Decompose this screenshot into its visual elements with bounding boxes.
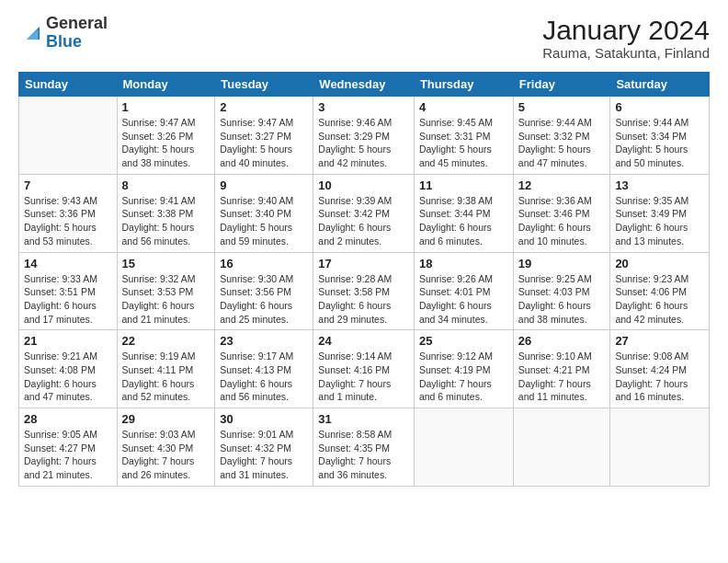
day-number: 12 [518, 178, 606, 192]
table-row: 7Sunrise: 9:43 AMSunset: 3:36 PMDaylight… [19, 174, 118, 252]
table-row: 16Sunrise: 9:30 AMSunset: 3:56 PMDayligh… [215, 252, 313, 330]
logo-icon [20, 20, 46, 46]
day-number: 29 [122, 412, 210, 426]
day-number: 18 [419, 257, 508, 270]
calendar-week-row: 14Sunrise: 9:33 AMSunset: 3:51 PMDayligh… [19, 252, 710, 330]
table-row: 25Sunrise: 9:12 AMSunset: 4:19 PMDayligh… [414, 330, 513, 408]
table-row: 10Sunrise: 9:39 AMSunset: 3:42 PMDayligh… [313, 174, 415, 252]
day-number: 1 [122, 100, 210, 114]
day-number: 25 [419, 334, 508, 348]
logo-general-text: General [46, 14, 108, 32]
day-number: 26 [518, 334, 606, 348]
day-number: 22 [122, 334, 210, 348]
col-tuesday: Tuesday [215, 73, 313, 97]
day-number: 31 [318, 412, 409, 426]
table-row: 3Sunrise: 9:46 AMSunset: 3:29 PMDaylight… [313, 97, 415, 175]
day-number: 30 [220, 412, 308, 426]
day-info: Sunrise: 9:05 AMSunset: 4:27 PMDaylight:… [24, 428, 112, 482]
day-number: 19 [518, 257, 606, 270]
table-row: 15Sunrise: 9:32 AMSunset: 3:53 PMDayligh… [117, 252, 215, 330]
table-row [610, 408, 710, 487]
col-wednesday: Wednesday [313, 73, 415, 97]
calendar-title: January 2024 [542, 15, 710, 45]
day-number: 28 [24, 412, 112, 426]
day-number: 8 [122, 178, 210, 192]
table-row [513, 408, 610, 487]
table-row: 19Sunrise: 9:25 AMSunset: 4:03 PMDayligh… [513, 252, 610, 330]
day-number: 4 [419, 100, 508, 114]
day-info: Sunrise: 9:38 AMSunset: 3:44 PMDaylight:… [419, 194, 508, 248]
day-number: 9 [220, 178, 308, 192]
table-row: 2Sunrise: 9:47 AMSunset: 3:27 PMDaylight… [215, 97, 313, 175]
day-number: 6 [615, 100, 704, 114]
day-info: Sunrise: 9:32 AMSunset: 3:53 PMDaylight:… [122, 272, 210, 327]
table-row: 6Sunrise: 9:44 AMSunset: 3:34 PMDaylight… [610, 97, 710, 175]
table-row: 1Sunrise: 9:47 AMSunset: 3:26 PMDaylight… [117, 97, 215, 175]
day-number: 27 [615, 334, 704, 348]
day-info: Sunrise: 9:41 AMSunset: 3:38 PMDaylight:… [122, 194, 210, 248]
day-number: 24 [318, 334, 409, 348]
day-number: 20 [615, 257, 704, 270]
calendar-header-row: Sunday Monday Tuesday Wednesday Thursday… [19, 73, 710, 97]
logo-text: General Blue [46, 15, 108, 52]
table-row: 30Sunrise: 9:01 AMSunset: 4:32 PMDayligh… [215, 408, 313, 487]
table-row: 8Sunrise: 9:41 AMSunset: 3:38 PMDaylight… [117, 174, 215, 252]
table-row: 5Sunrise: 9:44 AMSunset: 3:32 PMDaylight… [513, 97, 610, 175]
table-row: 24Sunrise: 9:14 AMSunset: 4:16 PMDayligh… [313, 330, 415, 408]
day-number: 15 [122, 257, 210, 270]
day-info: Sunrise: 9:08 AMSunset: 4:24 PMDaylight:… [615, 350, 704, 404]
day-info: Sunrise: 9:44 AMSunset: 3:32 PMDaylight:… [518, 116, 606, 170]
table-row: 13Sunrise: 9:35 AMSunset: 3:49 PMDayligh… [610, 174, 710, 252]
table-row: 12Sunrise: 9:36 AMSunset: 3:46 PMDayligh… [513, 174, 610, 252]
logo: General Blue [18, 15, 108, 52]
day-info: Sunrise: 9:36 AMSunset: 3:46 PMDaylight:… [518, 194, 606, 248]
table-row: 29Sunrise: 9:03 AMSunset: 4:30 PMDayligh… [117, 408, 215, 487]
col-thursday: Thursday [414, 73, 513, 97]
day-number: 13 [615, 178, 704, 192]
table-row: 20Sunrise: 9:23 AMSunset: 4:06 PMDayligh… [610, 252, 710, 330]
day-number: 10 [318, 178, 409, 192]
day-number: 5 [518, 100, 606, 114]
day-number: 17 [318, 257, 409, 270]
day-info: Sunrise: 9:23 AMSunset: 4:06 PMDaylight:… [615, 272, 704, 327]
day-number: 14 [24, 257, 112, 270]
table-row: 17Sunrise: 9:28 AMSunset: 3:58 PMDayligh… [313, 252, 415, 330]
day-info: Sunrise: 9:47 AMSunset: 3:26 PMDaylight:… [122, 116, 210, 170]
day-info: Sunrise: 9:33 AMSunset: 3:51 PMDaylight:… [24, 272, 112, 327]
day-info: Sunrise: 9:28 AMSunset: 3:58 PMDaylight:… [318, 272, 409, 327]
col-friday: Friday [513, 73, 610, 97]
table-row: 18Sunrise: 9:26 AMSunset: 4:01 PMDayligh… [414, 252, 513, 330]
table-row: 27Sunrise: 9:08 AMSunset: 4:24 PMDayligh… [610, 330, 710, 408]
day-info: Sunrise: 9:14 AMSunset: 4:16 PMDaylight:… [318, 350, 409, 404]
day-info: Sunrise: 9:44 AMSunset: 3:34 PMDaylight:… [615, 116, 704, 170]
day-info: Sunrise: 9:45 AMSunset: 3:31 PMDaylight:… [419, 116, 508, 170]
col-sunday: Sunday [19, 73, 118, 97]
day-number: 11 [419, 178, 508, 192]
table-row: 22Sunrise: 9:19 AMSunset: 4:11 PMDayligh… [117, 330, 215, 408]
day-number: 23 [220, 334, 308, 348]
header: General Blue January 2024 Rauma, Satakun… [18, 15, 710, 61]
table-row: 23Sunrise: 9:17 AMSunset: 4:13 PMDayligh… [215, 330, 313, 408]
day-info: Sunrise: 9:30 AMSunset: 3:56 PMDaylight:… [220, 272, 308, 327]
day-info: Sunrise: 9:03 AMSunset: 4:30 PMDaylight:… [122, 428, 210, 482]
day-number: 7 [24, 178, 112, 192]
day-number: 21 [24, 334, 112, 348]
day-info: Sunrise: 9:40 AMSunset: 3:40 PMDaylight:… [220, 194, 308, 248]
day-info: Sunrise: 9:35 AMSunset: 3:49 PMDaylight:… [615, 194, 704, 248]
day-info: Sunrise: 8:58 AMSunset: 4:35 PMDaylight:… [318, 428, 409, 482]
day-info: Sunrise: 9:19 AMSunset: 4:11 PMDaylight:… [122, 350, 210, 404]
day-info: Sunrise: 9:25 AMSunset: 4:03 PMDaylight:… [518, 272, 606, 327]
day-info: Sunrise: 9:47 AMSunset: 3:27 PMDaylight:… [220, 116, 308, 170]
calendar-week-row: 1Sunrise: 9:47 AMSunset: 3:26 PMDaylight… [19, 97, 710, 175]
table-row: 14Sunrise: 9:33 AMSunset: 3:51 PMDayligh… [19, 252, 118, 330]
day-number: 16 [220, 257, 308, 270]
day-info: Sunrise: 9:12 AMSunset: 4:19 PMDaylight:… [419, 350, 508, 404]
table-row: 28Sunrise: 9:05 AMSunset: 4:27 PMDayligh… [19, 408, 118, 487]
day-info: Sunrise: 9:21 AMSunset: 4:08 PMDaylight:… [24, 350, 112, 404]
table-row: 31Sunrise: 8:58 AMSunset: 4:35 PMDayligh… [313, 408, 415, 487]
table-row: 9Sunrise: 9:40 AMSunset: 3:40 PMDaylight… [215, 174, 313, 252]
table-row: 26Sunrise: 9:10 AMSunset: 4:21 PMDayligh… [513, 330, 610, 408]
day-info: Sunrise: 9:43 AMSunset: 3:36 PMDaylight:… [24, 194, 112, 248]
calendar-subtitle: Rauma, Satakunta, Finland [542, 45, 710, 61]
table-row [19, 97, 118, 175]
